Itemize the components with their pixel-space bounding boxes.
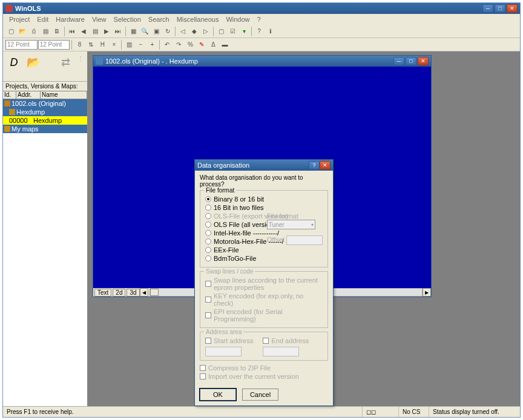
move-icon[interactable]: ◁ [177,26,188,37]
tree-row-project[interactable]: 1002.ols (Original) [3,99,87,108]
app-title: WinOLS [15,5,482,12]
app-titlebar[interactable]: WinOLS ─ □ ✕ [3,3,520,14]
minimize-button[interactable]: ─ [482,4,493,13]
tree-row-mymaps[interactable]: My maps [3,125,87,133]
font-combo-1[interactable]: 12 Point [5,40,38,50]
list-icon[interactable]: ▤ [90,26,100,37]
status-indicator-1: ◻◻ [363,407,399,417]
tab-text[interactable]: Text [94,289,111,297]
col-name[interactable]: Name [41,91,87,99]
dialog-titlebar[interactable]: Data organisation ? ✕ [195,160,333,171]
comment-icon[interactable]: ▦ [128,26,139,37]
delta-icon[interactable]: Δ [208,39,219,50]
play-icon[interactable]: ▷ [200,26,211,37]
edit-icon[interactable]: ✎ [196,39,207,50]
chip-icon[interactable]: ▣ [151,26,162,37]
radio-icon [205,196,211,202]
offset-input [286,235,323,245]
tree-addr: 00000 [9,117,33,124]
menu-window[interactable]: Window [222,16,253,23]
flag-icon[interactable]: ▾ [238,26,249,37]
menu-view[interactable]: View [88,16,110,23]
child-titlebar[interactable]: 1002.ols (Original) - . Hexdump ─ □ ✕ [93,56,431,67]
fileformat-combo: Tuner [267,220,315,229]
status-help: Press F1 to receive help. [3,407,363,417]
maximize-button[interactable]: □ [495,4,505,13]
window-icon[interactable]: ▢ [215,26,226,37]
child-title: 1002.ols (Original) - . Hexdump [105,57,393,65]
cols-icon[interactable]: ▥ [123,39,134,50]
radio-bdmtogo[interactable]: BdmToGo-File [205,255,323,262]
font-combo-2[interactable]: 12 Point [38,40,70,50]
box-icon[interactable]: ◆ [189,26,200,37]
menu-search[interactable]: Search [145,16,173,23]
redo-icon[interactable]: ↷ [173,39,184,50]
hex-icon[interactable]: H [97,39,108,50]
col-id[interactable]: Id. [3,91,16,99]
layers-icon[interactable]: ▤ [40,26,51,37]
menu-help[interactable]: ? [254,16,265,23]
project-tree[interactable]: 1002.ols (Original) Hexdump 00000 Hexdum… [3,99,87,406]
menu-project[interactable]: Project [5,16,33,23]
scroll-left-icon[interactable]: ◀ [140,288,148,297]
scroll-right-icon[interactable]: ▶ [423,288,431,297]
radio-icon [205,205,211,211]
child-close-button[interactable]: ✕ [418,57,429,65]
bit8-icon[interactable]: 8 [74,39,85,50]
child-minimize-button[interactable]: ─ [393,57,404,65]
radio-16bit[interactable]: 16 Bit in two files [205,204,323,211]
search-icon[interactable]: 🔍 [139,26,150,37]
radio-binary[interactable]: Binary 8 or 16 bit [205,195,323,203]
swap-legend: Swap lines / code [204,268,255,275]
child-maximize-button[interactable]: □ [406,57,416,65]
tab-2d[interactable]: 2d [113,289,125,297]
close-button[interactable]: ✕ [507,4,518,13]
replace-icon[interactable]: ↻ [162,26,173,37]
scroll-thumb[interactable] [150,289,159,296]
line-icon[interactable]: ▬ [219,39,230,50]
dialog-help-button[interactable]: ? [309,161,320,169]
check-label: Swap lines according to the current epro… [214,277,323,291]
check-start-addr: Start address [205,337,253,344]
help-icon[interactable]: ℹ [265,26,276,37]
tree-row-hexdump-parent[interactable]: Hexdump [3,108,87,116]
tab-3d[interactable]: 3d [127,289,139,297]
undo-icon[interactable]: ↶ [162,39,173,50]
graph-icon[interactable]: ☑ [227,26,238,37]
check-epi: EPI encoded (for Serial Programming) [205,308,323,323]
radio-label: BdmToGo-File [214,255,256,262]
new-project-icon[interactable]: D [7,55,21,70]
swap-group: Swap lines / code Swap lines according t… [200,271,328,328]
rewind-icon[interactable]: ⏮ [67,26,77,37]
factor-icon[interactable]: × [108,39,119,50]
prev-icon[interactable]: ◀ [78,26,89,37]
minus-icon[interactable]: − [135,39,146,50]
open-project-icon[interactable]: 📂 [26,55,41,70]
tree-row-hexdump[interactable]: 00000 Hexdump [3,116,87,125]
col-addr[interactable]: Addr. [16,91,41,99]
menu-misc[interactable]: Miscellaneous [173,16,223,23]
menu-edit[interactable]: Edit [33,16,52,23]
menu-selection[interactable]: Selection [110,16,145,23]
ok-button[interactable]: OK [200,389,236,401]
print-icon[interactable]: ⎙ [28,26,39,37]
radio-eex[interactable]: EEx-File [205,246,323,254]
lohi-icon[interactable]: ⇅ [85,39,96,50]
tune-icon[interactable]: % [185,39,196,50]
open-icon[interactable]: 📂 [17,26,28,37]
check-label: EPI encoded (for Serial Programming) [214,308,323,323]
new-icon[interactable]: ▢ [5,26,16,37]
plus-icon[interactable]: + [146,39,157,50]
check-swap-lines: Swap lines according to the current epro… [205,277,323,291]
connect-icon[interactable]: ⇄ [58,55,73,70]
cancel-button[interactable]: Cancel [242,389,278,401]
next-icon[interactable]: ▶ [101,26,112,37]
preview-icon[interactable]: 🗎 [51,26,62,37]
more-icon[interactable]: ⋮ [77,55,84,62]
about-icon[interactable]: ? [254,26,265,37]
check-icon [263,338,269,344]
dialog-close-button[interactable]: ✕ [320,161,331,169]
ffwd-icon[interactable]: ⏭ [113,26,123,37]
menu-hardware[interactable]: Hardware [52,16,88,23]
app-window: WinOLS ─ □ ✕ Project Edit Hardware View … [2,2,521,418]
